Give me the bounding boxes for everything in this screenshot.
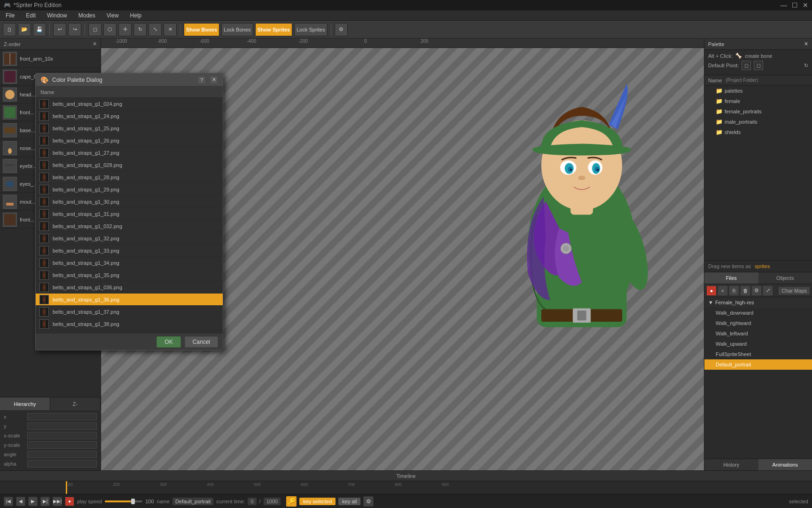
timeline-ruler[interactable]: 100 200 300 400 500 600 700 800 900 [0, 481, 812, 494]
show-sprites-btn[interactable]: Show Sprites [255, 23, 293, 36]
dialog-ok-btn[interactable]: OK [156, 336, 180, 348]
dialog-list-item[interactable]: belts_and_straps_g1_27.png [36, 147, 223, 159]
dialog-list-item[interactable]: belts_and_straps_g1_37.png [36, 306, 223, 318]
prop-input-xscale[interactable] [27, 432, 97, 439]
titlebar-controls[interactable]: — ☐ ✕ [781, 1, 808, 9]
tab-hierarchy[interactable]: Hierarchy [0, 397, 50, 410]
extra-tool[interactable]: ⚙ [335, 23, 348, 36]
anim-delete-btn[interactable]: 🗑 [740, 286, 750, 296]
key-selected-btn[interactable]: key selected [299, 498, 336, 505]
settings-btn[interactable]: ⚙ [363, 496, 374, 507]
tree-item-female[interactable]: 📁 female [704, 96, 812, 106]
panel-close[interactable]: ✕ [804, 41, 808, 47]
dialog-list-item[interactable]: belts_and_straps_g1_24.png [36, 110, 223, 122]
anim-item-walk-right[interactable]: Walk_rightward [704, 318, 812, 328]
dialog-list-item[interactable]: belts_and_straps_g1_25.png [36, 122, 223, 135]
tool-move[interactable]: ✛ [118, 23, 132, 36]
pivot-btn-2[interactable]: ◻ [754, 61, 763, 70]
dialog-help-btn[interactable]: ? [197, 76, 206, 84]
maximize-btn[interactable]: ☐ [792, 1, 798, 9]
menu-window[interactable]: Window [44, 11, 70, 20]
skip-start-btn[interactable]: |◀ [4, 497, 13, 506]
menu-file[interactable]: File [3, 11, 17, 20]
list-item[interactable]: front_arm_10x [0, 50, 101, 68]
menu-edit[interactable]: Edit [23, 11, 39, 20]
anim-rec-btn[interactable]: ● [706, 286, 717, 296]
left-panel-close[interactable]: ✕ [93, 41, 97, 47]
prop-input-alpha[interactable] [27, 460, 97, 468]
anim-item-walk-up[interactable]: Walk_upward [704, 339, 812, 349]
anim-item-walk-down[interactable]: Walk_downward [704, 308, 812, 318]
dialog-close-btn[interactable]: ✕ [210, 76, 218, 84]
dialog-list-item[interactable]: belts_and_straps_g1_036.png [36, 281, 223, 294]
speed-slider[interactable] [105, 500, 142, 502]
show-bones-btn[interactable]: Show Bones [184, 23, 219, 36]
dialog-list[interactable]: belts_and_straps_g1_024.pngbelts_and_str… [36, 98, 223, 333]
prev-frame-btn[interactable]: ◀ [16, 497, 25, 506]
dialog-list-item[interactable]: belts_and_straps_g1_028.png [36, 159, 223, 171]
tab-history[interactable]: History [704, 459, 758, 470]
dialog-list-item[interactable]: belts_and_straps_g1_032.png [36, 220, 223, 232]
dialog-cancel-btn[interactable]: Cancel [185, 336, 218, 348]
dialog-list-item[interactable]: belts_and_straps_g1_36.png [36, 294, 223, 306]
tab-files[interactable]: Files [704, 272, 758, 284]
prop-input-x[interactable] [27, 413, 97, 421]
playhead[interactable] [66, 481, 67, 494]
dialog-list-item[interactable]: belts_and_straps_g1_26.png [36, 135, 223, 147]
anim-group-female[interactable]: ▼ Female_high-res [704, 297, 812, 308]
anim-expand-btn[interactable]: ⤢ [763, 286, 773, 296]
tool-extra[interactable]: ✕ [164, 23, 177, 36]
menu-view[interactable]: View [104, 11, 122, 20]
tool-select[interactable]: ◻ [88, 23, 102, 36]
tab-z-order[interactable]: Z- [50, 397, 101, 410]
tree-item-female-portraits[interactable]: 📁 female_portraits [704, 106, 812, 117]
dialog-list-item[interactable]: belts_and_straps_g1_31.png [36, 208, 223, 220]
tool-rotate[interactable]: ↻ [133, 23, 147, 36]
skip-end-btn[interactable]: ▶▶| [53, 497, 62, 506]
refresh-icon[interactable]: ↻ [804, 63, 808, 69]
rec-btn[interactable]: ● [65, 497, 74, 506]
prop-input-angle[interactable] [27, 451, 97, 458]
lock-sprites-btn[interactable]: Lock Sprites [294, 23, 328, 36]
dialog-list-item[interactable]: belts_and_straps_g1_38.png [36, 318, 223, 330]
lock-bones-btn[interactable]: Lock Bones [221, 23, 253, 36]
tab-objects[interactable]: Objects [758, 272, 812, 284]
open-btn[interactable]: 📂 [18, 23, 31, 36]
anim-settings-btn[interactable]: ⚙ [751, 286, 762, 296]
dialog-list-item[interactable]: belts_and_straps_g1_30.png [36, 196, 223, 208]
key-all-btn[interactable]: key all [338, 498, 360, 505]
char-maps-btn[interactable]: Char Maps [778, 286, 810, 295]
anim-item-fullspritesheet[interactable]: FullSpriteSheet [704, 349, 812, 359]
tool-transform[interactable]: ⬡ [103, 23, 117, 36]
dialog-list-item[interactable]: belts_and_straps_g1_29.png [36, 183, 223, 196]
dialog-list-item[interactable]: belts_and_straps_g1_35.png [36, 269, 223, 281]
menu-modes[interactable]: Modes [76, 11, 98, 20]
pivot-btn-1[interactable]: ◻ [742, 61, 751, 70]
dialog-list-item[interactable]: belts_and_straps_g1_33.png [36, 245, 223, 257]
tree-item-male-portraits[interactable]: 📁 male_portraits [704, 117, 812, 127]
dialog-list-item[interactable]: belts_and_straps_g1_28.png [36, 171, 223, 183]
undo-btn[interactable]: ↩ [53, 23, 66, 36]
prop-input-yscale[interactable] [27, 441, 97, 449]
dialog-list-item[interactable]: belts_and_straps_g1_32.png [36, 232, 223, 245]
close-btn[interactable]: ✕ [803, 1, 808, 9]
tab-animations[interactable]: Animations [758, 459, 812, 470]
minimize-btn[interactable]: — [781, 1, 787, 9]
menu-help[interactable]: Help [127, 11, 145, 20]
tree-item-palettes[interactable]: 📁 palettes [704, 86, 812, 96]
key-icon[interactable]: 🔑 [286, 496, 297, 507]
anim-add-btn[interactable]: + [718, 286, 728, 296]
redo-btn[interactable]: ↪ [68, 23, 81, 36]
next-frame-btn[interactable]: ▶| [40, 497, 50, 506]
play-btn[interactable]: ▶ [28, 497, 38, 506]
prop-input-y[interactable] [27, 422, 97, 430]
save-btn[interactable]: 💾 [33, 23, 46, 36]
dialog-list-item[interactable]: belts_and_straps_g1_34.png [36, 257, 223, 269]
new-btn[interactable]: 🗋 [3, 23, 16, 36]
tree-item-shields[interactable]: 📁 shields [704, 127, 812, 137]
anim-item-walk-left[interactable]: Walk_leftward [704, 328, 812, 339]
tool-scale[interactable]: ⤡ [148, 23, 162, 36]
dialog-list-item[interactable]: belts_and_straps_g1_024.png [36, 98, 223, 110]
anim-copy-btn[interactable]: ⎘ [729, 286, 739, 296]
anim-item-default-portrait[interactable]: Default_portrait [704, 359, 812, 370]
